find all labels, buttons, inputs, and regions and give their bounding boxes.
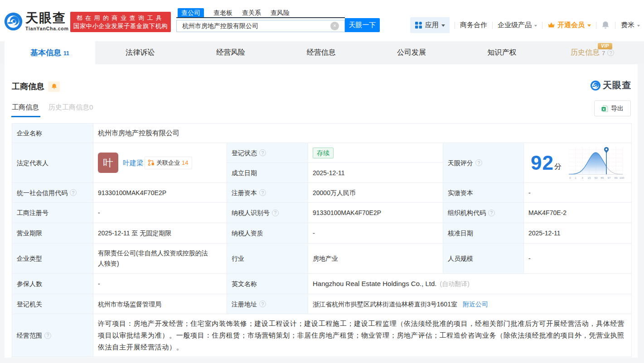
svg-text:100: 100 [620,176,625,179]
tab-basic-info[interactable]: 基本信息 11 [5,41,95,64]
divider [455,22,455,29]
table-row: 营业期限 2025-12-11 至 无固定期限 纳税人资质 - 核准日期 202… [12,223,632,244]
chevron-down-icon [587,24,591,27]
menu-enterprise-products[interactable]: 企业级产品 [498,21,537,29]
score-distribution-chart: 0 1 3 15 50 85 97 99 100 [569,146,625,182]
tab-history-info[interactable]: VIP 历史信息 7 ? [547,41,638,64]
field-label: 纳税人资质 [227,223,308,244]
search-tab-company[interactable]: 查公司 [178,8,204,17]
field-label: 注册地址? [227,294,308,314]
tab-company-development[interactable]: 公司发展 [366,41,457,64]
svg-text:1: 1 [575,176,576,179]
site-logo[interactable]: 天眼查 TianYanCha.com [4,12,69,31]
export-button[interactable]: X 导出 [594,100,631,116]
field-label: 行业 [227,244,308,274]
username: 费米 [621,21,634,29]
taxpayer-quality-value: - [308,223,443,244]
notification-bell-icon[interactable] [601,21,610,29]
svg-text:3: 3 [581,176,583,179]
search-tab-relation[interactable]: 查关系 [242,8,261,17]
logo-text: 天眼查 [25,12,69,24]
field-label: 参保人数 [12,274,93,294]
insured-count-value: - [93,274,227,294]
help-icon[interactable]: ? [259,301,266,307]
divider [542,22,542,29]
menu-business-cooperation[interactable]: 商务合作 [460,21,487,29]
table-row: 经营范围? 许可项目：房地产开发经营；住宅室内装饰装修；建设工程设计；建设工程施… [12,314,632,357]
search-tab-boss[interactable]: 查老板 [213,8,232,17]
legal-rep-link[interactable]: 叶建梁 [123,158,143,168]
search-row: × 天眼一下 [176,19,380,33]
tianyancha-logo-icon [4,12,23,31]
subscribe-bell-button[interactable] [48,81,60,92]
auto-translate-note: (自动翻译) [440,280,470,287]
search-tab-risk[interactable]: 查风险 [271,8,290,17]
search-input[interactable] [176,20,345,32]
divider [596,22,596,29]
nearby-companies-link[interactable]: 附近公司 [463,301,488,308]
clear-icon[interactable]: × [330,22,339,30]
subtab-business-info[interactable]: 工商信息 [12,103,39,117]
app-menu-label: 应用 [425,21,439,29]
related-companies-badge[interactable]: 关联企业 14 [145,157,192,169]
business-info-card: 工商信息 天眼查 工商信息 历史工商信息0 [5,64,638,358]
est-date-value: 2025-12-11 [308,163,443,183]
avatar[interactable]: 叶 [98,153,118,173]
company-nav-bar: 基本信息 11 法律诉讼 经营风险 经营信息 公司发展 知识产权 VIP 历史信… [0,41,644,64]
company-name-value: 杭州市房地产控股有限公司 [93,124,632,143]
score-cell: 92 分 [524,143,632,183]
app-menu[interactable]: 应用 [410,17,450,33]
tab-intellectual-property[interactable]: 知识产权 [457,41,547,64]
svg-text:97: 97 [608,176,611,179]
tab-legal-litigation[interactable]: 法律诉讼 [95,41,186,64]
user-menu[interactable]: 费米 [621,21,640,29]
nav-tabs: 基本信息 11 法律诉讼 经营风险 经营信息 公司发展 知识产权 VIP 历史信… [5,41,638,64]
svg-text:X: X [602,107,605,111]
tab-operation-risk[interactable]: 经营风险 [185,41,276,64]
industry-value: 房地产业 [308,244,443,274]
help-icon[interactable]: ? [475,159,482,166]
search-button[interactable]: 天眼一下 [345,18,380,32]
help-icon[interactable]: ? [607,49,614,56]
field-label: 经营范围? [12,314,93,357]
help-icon[interactable]: ? [44,332,51,339]
score-value: 92 [531,153,554,173]
business-scope-value: 许可项目：房地产开发经营；住宅室内装饰装修；建设工程设计；建设工程施工；建设工程… [93,314,632,357]
reg-capital-value: 20000万人民币 [308,183,443,203]
table-row: 统一社会信用代码? 91330100MAK4F70E2P 注册资本? 20000… [12,183,632,203]
vip-badge: VIP [598,43,612,49]
chevron-down-icon [534,25,537,27]
field-label: 登记状态? [227,143,308,163]
table-row: 登记机关 杭州市市场监督管理局 注册地址? 浙江省杭州市拱墅区武林街道仙林桥直街… [12,294,632,314]
slogan-line2: 国家中小企业发展子基金旗下机构 [70,22,171,30]
paid-capital-value: - [524,183,632,203]
field-label: 法定代表人 [12,143,93,183]
english-name-value: Hangzhou Real Estate Holdings Co., Ltd.(… [308,274,632,294]
field-label: 实缴资本 [443,183,524,203]
subtab-history-business-info[interactable]: 历史工商信息0 [48,103,93,117]
excel-icon: X [601,105,608,112]
field-label: 组织机构代码? [443,203,524,223]
crown-icon [547,22,555,29]
svg-text:15: 15 [588,176,591,179]
section-head: 工商信息 [12,81,60,92]
field-label: 英文名称 [227,274,308,294]
menu-open-vip[interactable]: 开通会员 [547,21,591,29]
approval-date-value: 2025-12-11 [524,223,632,244]
help-icon[interactable]: ? [488,210,495,216]
tab-operation-info[interactable]: 经营信息 [276,41,367,64]
watermark-text: 天眼查 [603,79,631,91]
table-row: 参保人数 - 英文名称 Hangzhou Real Estate Holding… [12,274,632,294]
watermark-logo: 天眼查 [590,79,631,91]
reg-address-value: 浙江省杭州市拱墅区武林街道仙林桥直街3号1601室附近公司 [308,294,632,314]
score-curve-filled [569,153,623,175]
company-type-value: 有限责任公司(非自然人投资或控股的法人独资) [93,244,227,274]
table-row: 企业类型 有限责任公司(非自然人投资或控股的法人独资) 行业 房地产业 人员规模… [12,244,632,274]
legal-rep-cell: 叶 叶建梁 关联企业 14 [93,143,227,183]
staff-size-value: - [524,244,632,274]
help-icon[interactable]: ? [259,189,266,196]
help-icon[interactable]: ? [259,149,266,156]
credit-code-value: 91330100MAK4F70E2P [93,183,227,203]
help-icon[interactable]: ? [70,189,77,196]
help-icon[interactable]: ? [272,210,279,216]
